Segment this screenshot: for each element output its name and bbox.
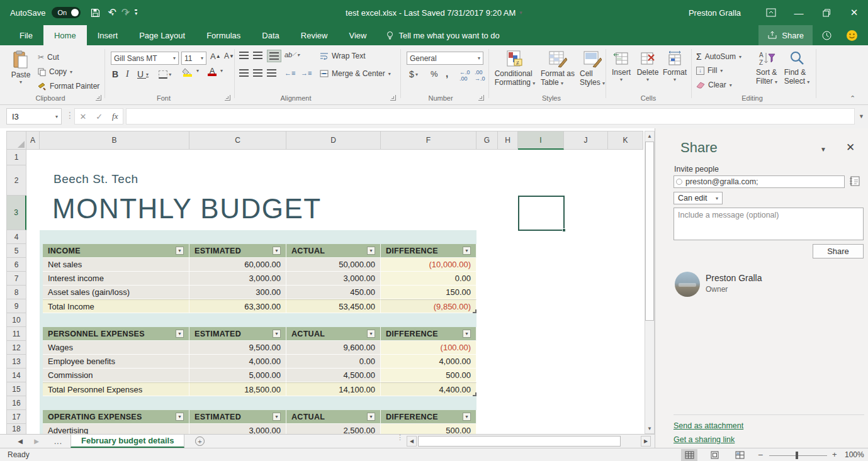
table-header-cell[interactable]: ACTUAL▼	[286, 244, 381, 258]
name-box[interactable]: I3▾	[6, 108, 62, 125]
wrap-text-button[interactable]: Wrap Text	[320, 52, 366, 60]
increase-decimal-icon[interactable]: ←.0.00	[459, 69, 470, 82]
column-header-D[interactable]: D	[286, 131, 381, 150]
share-submit-button[interactable]: Share	[813, 244, 864, 258]
underline-button[interactable]: U ▾	[137, 69, 149, 79]
row-header-11[interactable]: 11	[6, 327, 26, 341]
prev-sheet-icon[interactable]: ◀	[14, 435, 26, 448]
decrease-decimal-icon[interactable]: .00→.0	[475, 69, 485, 82]
increase-font-icon[interactable]: A▲	[210, 52, 221, 61]
filter-button[interactable]: ▼	[176, 330, 184, 338]
ribbon-display-options-button[interactable]	[757, 0, 785, 25]
table-header-cell[interactable]: DIFFERENCE▼	[381, 410, 476, 424]
orientation-button[interactable]: ab⟋ ▾	[285, 51, 300, 58]
insert-cells-button[interactable]: Insert▾	[609, 50, 633, 82]
table-header-cell[interactable]: DIFFERENCE▼	[381, 244, 476, 258]
filter-button[interactable]: ▼	[176, 247, 184, 255]
row-header-3[interactable]: 3	[6, 196, 26, 230]
row-header-15[interactable]: 15	[6, 382, 26, 396]
row-header-14[interactable]: 14	[6, 369, 26, 382]
filter-button[interactable]: ▼	[367, 247, 375, 255]
autosum-button[interactable]: ΣAutoSum▾	[696, 52, 741, 62]
tab-file[interactable]: File	[9, 25, 43, 45]
hscroll-right-icon[interactable]: ▶	[641, 436, 651, 447]
table-cell[interactable]: 4,000.00	[189, 355, 286, 369]
hscroll-left-icon[interactable]: ◀	[407, 436, 417, 447]
zoom-slider-track[interactable]	[769, 455, 827, 456]
italic-button[interactable]: I	[126, 69, 129, 79]
column-header-J[interactable]: J	[564, 131, 608, 150]
message-textarea[interactable]	[674, 208, 864, 240]
row-header-12[interactable]: 12	[6, 341, 26, 355]
number-format-select[interactable]: General▾	[407, 52, 483, 65]
copy-button[interactable]: Copy▾	[38, 67, 72, 76]
share-button-top[interactable]: Share	[758, 25, 813, 45]
clear-button[interactable]: Clear▾	[696, 81, 732, 89]
smiley-feedback-icon[interactable]	[840, 25, 863, 45]
tab-formulas[interactable]: Formulas	[196, 25, 251, 45]
new-sheet-icon[interactable]: +	[195, 436, 205, 446]
table-cell[interactable]: 0.00	[286, 355, 381, 369]
table-cell[interactable]: 0.00	[381, 272, 476, 286]
table-cell[interactable]: 9,500.00	[189, 341, 286, 355]
align-top-icon[interactable]	[239, 52, 249, 59]
cancel-entry-icon[interactable]: ✕	[79, 112, 86, 121]
font-color-button[interactable]: A	[208, 67, 217, 76]
zoom-in-icon[interactable]: +	[832, 450, 837, 459]
table-cell[interactable]: Advertising	[43, 424, 189, 434]
get-sharing-link[interactable]: Get a sharing link	[674, 435, 735, 444]
select-all-corner[interactable]	[6, 131, 26, 150]
active-cell-I3[interactable]	[518, 196, 565, 231]
find-select-button[interactable]: Find &Select ▾	[783, 50, 811, 86]
restore-button[interactable]	[813, 0, 840, 25]
vertical-scrollbar[interactable]: ▲ ▼	[645, 131, 655, 434]
table-cell[interactable]: 50,000.00	[286, 258, 381, 272]
table-header-cell[interactable]: PERSONNEL EXPENSES▼	[43, 327, 189, 341]
redo-icon[interactable]: ↷▾	[121, 8, 127, 18]
tab-review[interactable]: Review	[290, 25, 339, 45]
table-cell[interactable]: 4,500.00	[286, 369, 381, 382]
comma-style-button[interactable]: ,	[446, 68, 448, 79]
column-header-K[interactable]: K	[608, 131, 643, 150]
table-header-cell[interactable]: ESTIMATED▼	[189, 244, 286, 258]
row-header-7[interactable]: 7	[6, 272, 26, 286]
column-header-H[interactable]: H	[498, 131, 518, 150]
table-cell[interactable]: 5,000.00	[189, 369, 286, 382]
zoom-out-icon[interactable]: −	[758, 450, 763, 460]
table-cell[interactable]: 3,000.00	[189, 424, 286, 434]
table-cell[interactable]: Interest income	[43, 272, 189, 286]
delete-cells-button[interactable]: Delete▾	[636, 50, 660, 82]
filter-button[interactable]: ▼	[463, 330, 471, 338]
fill-handle[interactable]	[562, 228, 566, 232]
filter-button[interactable]: ▼	[367, 330, 375, 338]
table-cell[interactable]: 60,000.00	[189, 258, 286, 272]
accounting-format-button[interactable]: $ ▾	[409, 69, 418, 79]
table-header-cell[interactable]: DIFFERENCE▼	[381, 327, 476, 341]
row-header-1[interactable]: 1	[6, 150, 26, 165]
filter-button[interactable]: ▼	[273, 330, 281, 338]
fill-color-button[interactable]	[183, 68, 192, 77]
format-as-table-button[interactable]: Format asTable ▾	[539, 50, 577, 87]
sort-filter-button[interactable]: AZ Sort &Filter ▾	[753, 50, 781, 86]
active-sheet-tab[interactable]: February budget details	[70, 435, 184, 448]
format-painter-button[interactable]: Format Painter	[38, 82, 99, 91]
table-cell[interactable]: 4,000.00	[381, 355, 476, 369]
sheet-list-ellipsis[interactable]: ...	[54, 435, 62, 448]
table-cell[interactable]: Wages	[43, 341, 189, 355]
table-cell[interactable]: 63,300.00	[189, 299, 286, 313]
next-sheet-icon[interactable]: ▶	[30, 435, 43, 448]
column-header-A[interactable]: A	[26, 131, 40, 150]
cell-styles-button[interactable]: CellStyles ▾	[578, 50, 607, 87]
cut-button[interactable]: ✂Cut	[38, 53, 59, 62]
table-cell[interactable]: 300.00	[189, 286, 286, 299]
font-family-select[interactable]: Gill Sans MT▾	[111, 52, 179, 65]
table-cell[interactable]: 150.00	[381, 286, 476, 299]
column-header-C[interactable]: C	[189, 131, 286, 150]
filter-button[interactable]: ▼	[367, 413, 375, 421]
table-cell[interactable]: 500.00	[381, 424, 476, 434]
close-button[interactable]: ✕	[840, 0, 868, 25]
row-header-18[interactable]: 18	[6, 424, 26, 434]
column-header-I[interactable]: I	[518, 131, 564, 150]
paste-button[interactable]: Paste ▾	[8, 50, 34, 85]
tell-me-box[interactable]: Tell me what you want to do	[386, 25, 499, 45]
